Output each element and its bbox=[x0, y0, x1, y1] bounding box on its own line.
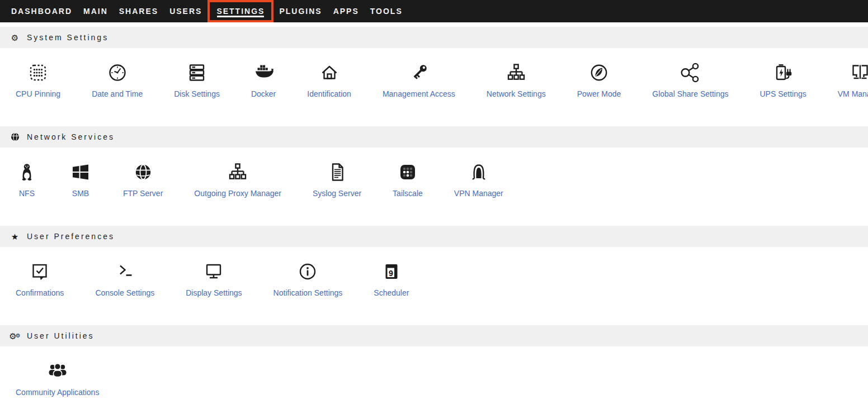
section-title: System Settings bbox=[27, 33, 108, 42]
tile-date-and-time[interactable]: Date and Time bbox=[76, 61, 158, 98]
section-title: Network Services bbox=[27, 132, 115, 141]
tile-label: Docker bbox=[251, 89, 276, 98]
log-document-icon bbox=[326, 161, 348, 183]
clock-icon bbox=[106, 61, 129, 84]
user-preferences-items: Confirmations Console Settings Display S… bbox=[0, 247, 868, 325]
section-user-preferences: ★ User Preferences Confirmations Console… bbox=[0, 226, 868, 325]
tile-ups-settings[interactable]: UPS Settings bbox=[744, 61, 822, 98]
tile-label: VM Manager bbox=[838, 89, 868, 98]
tile-disk-settings[interactable]: Disk Settings bbox=[158, 61, 235, 98]
nav-plugins[interactable]: PLUGINS bbox=[273, 0, 327, 22]
tile-label: Console Settings bbox=[95, 288, 154, 297]
tile-display-settings[interactable]: Display Settings bbox=[170, 260, 257, 297]
navbar-spacer bbox=[0, 22, 868, 27]
network-services-items: NFS SMB bbox=[0, 148, 868, 226]
key-icon bbox=[408, 61, 430, 84]
tile-label: Scheduler bbox=[374, 288, 409, 297]
tile-nfs[interactable]: NFS bbox=[0, 161, 54, 198]
system-settings-items: CPU Pinning Date and Time bbox=[0, 48, 868, 126]
user-utilities-items: Community Applications bbox=[0, 346, 868, 404]
globe-filled-icon bbox=[132, 161, 154, 183]
tile-global-share-settings[interactable]: Global Share Settings bbox=[636, 61, 744, 98]
tile-label: CPU Pinning bbox=[16, 89, 60, 98]
tile-label: VPN Manager bbox=[454, 189, 503, 198]
user-utilities-header: ⚙⚙ User Utilities bbox=[0, 325, 868, 346]
tile-cpu-pinning[interactable]: CPU Pinning bbox=[0, 61, 76, 98]
section-system-settings: ⚙ System Settings CPU Pinning bbox=[0, 27, 868, 126]
nav-shares[interactable]: SHARES bbox=[114, 0, 164, 22]
tile-label: Community Applications bbox=[16, 388, 99, 397]
tile-label: UPS Settings bbox=[760, 89, 806, 98]
docker-whale-icon bbox=[252, 61, 275, 84]
tile-outgoing-proxy-manager[interactable]: Outgoing Proxy Manager bbox=[178, 161, 297, 198]
tile-network-settings[interactable]: Network Settings bbox=[471, 61, 562, 98]
leaf-circle-icon bbox=[588, 61, 610, 84]
user-preferences-header: ★ User Preferences bbox=[0, 226, 868, 247]
home-icon bbox=[318, 61, 341, 84]
tile-label: Confirmations bbox=[16, 288, 64, 297]
top-navbar: DASHBOARD MAIN SHARES USERS SETTINGS PLU… bbox=[0, 0, 868, 22]
star-icon: ★ bbox=[10, 232, 20, 241]
monitor-icon bbox=[202, 260, 225, 283]
section-user-utilities: ⚙⚙ User Utilities Community Applications bbox=[0, 325, 868, 404]
tile-label: Network Settings bbox=[487, 89, 546, 98]
incognito-hood-icon bbox=[468, 161, 490, 183]
tile-syslog-server[interactable]: Syslog Server bbox=[297, 161, 377, 198]
tile-vpn-manager[interactable]: VPN Manager bbox=[438, 161, 519, 198]
dual-monitor-icon bbox=[849, 61, 868, 84]
tile-label: Display Settings bbox=[186, 288, 242, 297]
tile-ftp-server[interactable]: FTP Server bbox=[107, 161, 178, 198]
nav-dashboard[interactable]: DASHBOARD bbox=[6, 0, 78, 22]
tile-docker[interactable]: Docker bbox=[235, 61, 291, 98]
tile-label: FTP Server bbox=[123, 189, 163, 198]
tile-label: Notification Settings bbox=[273, 288, 343, 297]
windows-logo-icon bbox=[69, 161, 92, 183]
tile-label: NFS bbox=[19, 189, 35, 198]
microchip-icon bbox=[27, 61, 49, 84]
network-services-header: Network Services bbox=[0, 126, 868, 148]
tile-label: Syslog Server bbox=[313, 189, 361, 198]
tile-community-applications[interactable]: Community Applications bbox=[0, 360, 115, 397]
tile-smb[interactable]: SMB bbox=[54, 161, 107, 198]
sitemap-icon bbox=[505, 61, 527, 84]
tile-console-settings[interactable]: Console Settings bbox=[79, 260, 170, 297]
tile-notification-settings[interactable]: Notification Settings bbox=[258, 260, 358, 297]
tile-confirmations[interactable]: Confirmations bbox=[0, 260, 79, 297]
tile-label: Tailscale bbox=[393, 189, 423, 198]
terminal-icon bbox=[114, 260, 136, 283]
system-settings-header: ⚙ System Settings bbox=[0, 27, 868, 48]
calendar-9-icon: 9 bbox=[380, 260, 403, 283]
tile-label: Power Mode bbox=[577, 89, 621, 98]
tailscale-logo-icon bbox=[397, 161, 419, 183]
tile-identification[interactable]: Identification bbox=[291, 61, 367, 98]
linux-tux-icon bbox=[16, 161, 38, 183]
sitemap-icon bbox=[227, 161, 249, 183]
battery-plug-icon bbox=[772, 61, 794, 84]
tile-tailscale[interactable]: Tailscale bbox=[377, 161, 438, 198]
tile-scheduler[interactable]: 9 Scheduler bbox=[358, 260, 424, 297]
tile-label: Global Share Settings bbox=[652, 89, 728, 98]
section-title: User Utilities bbox=[27, 331, 95, 340]
tile-label: SMB bbox=[72, 189, 89, 198]
svg-text:9: 9 bbox=[389, 269, 393, 278]
tile-label: Date and Time bbox=[92, 89, 143, 98]
nav-apps[interactable]: APPS bbox=[328, 0, 365, 22]
tile-management-access[interactable]: Management Access bbox=[367, 61, 471, 98]
users-group-icon bbox=[46, 360, 69, 382]
gears-icon: ⚙⚙ bbox=[10, 332, 20, 340]
tile-label: Disk Settings bbox=[174, 89, 220, 98]
gear-icon: ⚙ bbox=[10, 34, 20, 42]
nav-tools[interactable]: TOOLS bbox=[365, 0, 408, 22]
tile-label: Outgoing Proxy Manager bbox=[194, 189, 281, 198]
nav-users[interactable]: USERS bbox=[164, 0, 207, 22]
section-network-services: Network Services NFS bbox=[0, 126, 868, 226]
server-stack-icon bbox=[186, 61, 208, 84]
nav-main[interactable]: MAIN bbox=[78, 0, 114, 22]
tile-vm-manager[interactable]: VM Manager bbox=[822, 61, 868, 98]
tile-power-mode[interactable]: Power Mode bbox=[562, 61, 637, 98]
info-circle-icon bbox=[296, 260, 319, 283]
tile-label: Identification bbox=[307, 89, 351, 98]
nav-settings-active[interactable]: SETTINGS bbox=[207, 0, 273, 22]
section-title: User Preferences bbox=[27, 232, 115, 241]
share-nodes-icon bbox=[679, 61, 701, 84]
